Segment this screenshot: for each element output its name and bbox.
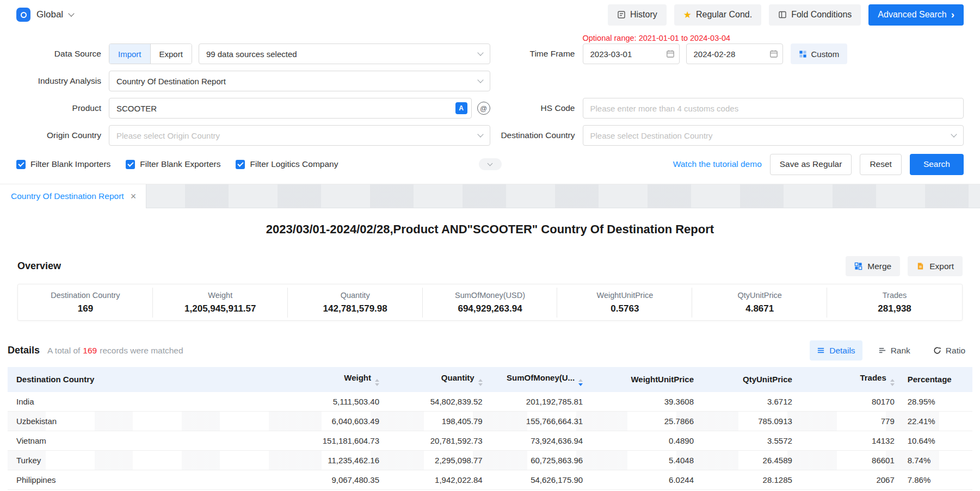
calendar-icon [769,49,778,58]
tutorial-link[interactable]: Watch the tutorial demo [673,159,762,169]
chevron-down-icon [477,77,483,83]
end-date-input[interactable] [686,43,783,64]
save-as-regular-button[interactable]: Save as Regular [770,154,852,175]
data-source-select[interactable]: 99 data sources selected [199,43,490,64]
product-input[interactable] [109,98,472,119]
stat-sum-of-money: SumOfMoney(USD) 694,929,263.94 [423,291,558,314]
regular-cond-button[interactable]: ★ Regular Cond. [674,4,761,26]
record-count-text: A total of169records were matched [47,346,183,356]
cell-percentage: 7.86% [901,470,972,489]
reset-button[interactable]: Reset [860,154,902,175]
import-toggle[interactable]: Import [109,44,150,64]
table-row-india[interactable]: India 5,111,503.40 54,802,839.52 201,192… [8,392,972,412]
search-condition-panel: Optional range: 2021-01-01 to 2024-03-04… [0,29,980,184]
product-label: Product [16,103,109,113]
history-button[interactable]: History [608,4,667,26]
hs-code-input[interactable] [583,98,964,119]
destination-country-placeholder: Please select Destination Country [590,131,713,140]
cell-destination-country[interactable]: Turkey [8,450,283,470]
export-button[interactable]: Export [908,256,963,276]
hs-code-label: HS Code [490,103,583,113]
table-header-percentage: Percentage [901,367,972,392]
start-date-input[interactable] [583,43,680,64]
cell-percentage: 8.74% [901,450,972,470]
origin-country-select[interactable]: Please select Origin Country [109,125,490,146]
collapse-panel-button[interactable] [479,158,502,170]
table-header-row: Destination Country Weight Quantity SumO… [8,367,972,392]
table-row-turkey[interactable]: Turkey 11,235,462.16 2,295,098.77 60,725… [8,450,972,470]
sort-icon[interactable] [578,379,583,386]
cell-qty-unit-price: 785.0913 [700,411,799,431]
fold-conditions-label: Fold Conditions [791,10,852,20]
cell-trades: 14132 [799,431,901,450]
advanced-search-button[interactable]: Advanced Search › [868,4,964,26]
cell-weight-unit-price: 39.3608 [589,392,700,412]
close-icon[interactable]: × [131,191,137,201]
table-header-weight[interactable]: Weight [283,367,386,392]
cell-sum-of-money: 73,924,636.94 [489,431,589,450]
view-ratio-label: Ratio [946,346,965,356]
cell-weight-unit-price: 25.7866 [589,411,700,431]
filter-logistics-company-checkbox[interactable]: Filter Logitics Company [236,159,338,169]
destination-country-label: Destination Country [490,130,583,140]
industry-analysis-select[interactable]: Country Of Destination Report [109,71,490,91]
chevron-down-icon [68,10,74,16]
stat-trades: Trades 281,938 [827,291,962,314]
advanced-search-label: Advanced Search [878,10,946,20]
cell-trades: 779 [799,411,901,431]
ratio-icon [933,346,941,355]
sort-icon[interactable] [890,379,895,386]
translate-icon[interactable]: A [455,102,467,114]
fold-conditions-button[interactable]: Fold Conditions [769,4,861,26]
merge-button[interactable]: Merge [846,256,900,276]
cell-qty-unit-price: 3.6712 [700,392,799,412]
sort-icon[interactable] [478,379,483,386]
cell-weight: 9,067,480.35 [283,470,386,489]
view-toggles: Details Rank Ratio [810,340,972,361]
details-header: Details A total of169records were matche… [8,340,972,361]
table-header-sum-of-money[interactable]: SumOfMoney(U... [489,367,589,392]
search-button[interactable]: Search [910,154,964,175]
stat-quantity: Quantity 142,781,579.98 [288,291,423,314]
cell-destination-country[interactable]: India [8,392,283,412]
view-ratio-button[interactable]: Ratio [926,340,972,361]
region-label: Global [36,9,63,20]
table-row-uzbekistan[interactable]: Uzbekistan 6,040,603.49 198,405.79 155,7… [8,411,972,431]
custom-range-button[interactable]: Custom [791,43,848,64]
cell-weight-unit-price: 6.0244 [589,470,700,489]
checkbox-checked-icon [16,160,26,169]
table-header-trades[interactable]: Trades [799,367,901,392]
filter-label: Filter Logitics Company [250,159,338,169]
filter-blank-exporters-checkbox[interactable]: Filter Blank Exporters [126,159,220,169]
fold-conditions-icon [778,10,787,19]
export-toggle[interactable]: Export [150,44,192,64]
region-selector[interactable]: Global [16,8,73,22]
cell-quantity: 1,942,022.84 [386,470,489,489]
details-table: Destination Country Weight Quantity SumO… [8,367,972,490]
result-tab-strip: Country Of Destination Report × [0,184,980,208]
view-rank-button[interactable]: Rank [871,340,917,361]
destination-country-select[interactable]: Please select Destination Country [583,125,964,146]
chevron-down-icon [951,131,957,137]
star-icon: ★ [683,10,692,20]
table-header-qty-unit-price: QtyUnitPrice [700,367,799,392]
view-details-button[interactable]: Details [810,340,862,361]
table-header-quantity[interactable]: Quantity [386,367,489,392]
filter-checkboxes: Filter Blank Importers Filter Blank Expo… [16,159,338,169]
tab-country-of-destination-report[interactable]: Country Of Destination Report × [0,184,146,208]
cell-destination-country[interactable]: Uzbekistan [8,411,283,431]
cell-trades: 86601 [799,450,901,470]
history-icon [617,10,626,19]
cell-destination-country[interactable]: Philippines [8,470,283,489]
tab-label: Country Of Destination Report [11,191,124,201]
at-circle-icon[interactable]: @ [477,102,490,115]
filter-blank-importers-checkbox[interactable]: Filter Blank Importers [16,159,110,169]
stat-weight: Weight 1,205,945,911.57 [153,291,288,314]
sort-icon[interactable] [375,379,379,386]
cell-destination-country[interactable]: Vietnam [8,431,283,450]
view-details-label: Details [829,346,855,356]
table-row-philippines[interactable]: Philippines 9,067,480.35 1,942,022.84 54… [8,470,972,489]
table-row-vietnam[interactable]: Vietnam 151,181,604.73 20,781,592.73 73,… [8,431,972,450]
export-label: Export [929,262,954,271]
details-view-icon [817,346,825,355]
